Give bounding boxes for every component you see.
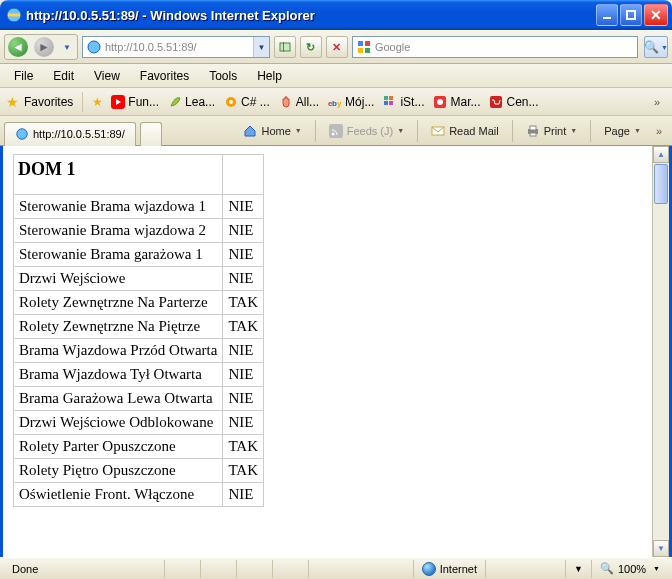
svg-point-13: [229, 100, 233, 104]
row-value: NIE: [223, 339, 264, 363]
scroll-thumb[interactable]: [654, 164, 668, 204]
feeds-button[interactable]: Feeds (J)▼: [324, 122, 409, 140]
table-row: Rolety Zewnętrzne Na ParterzeTAK: [14, 291, 264, 315]
forward-button[interactable]: ►: [31, 35, 57, 59]
menu-file[interactable]: File: [6, 67, 41, 85]
svg-rect-8: [365, 41, 370, 46]
svg-rect-9: [358, 48, 363, 53]
scroll-up-button[interactable]: ▲: [653, 146, 669, 163]
status-text: Done: [4, 560, 164, 578]
address-dropdown[interactable]: ▼: [253, 37, 269, 57]
table-row: Rolety Piętro OpuszczoneTAK: [14, 459, 264, 483]
zoom-level[interactable]: 🔍 100% ▼: [591, 560, 668, 578]
red-square-icon: [433, 95, 447, 109]
fav-overflow-button[interactable]: »: [648, 96, 666, 108]
row-value: NIE: [223, 363, 264, 387]
menu-favorites[interactable]: Favorites: [132, 67, 197, 85]
refresh-button[interactable]: ↻: [300, 36, 322, 58]
fav-item-all[interactable]: All...: [276, 93, 322, 111]
svg-point-4: [88, 41, 100, 53]
scroll-track[interactable]: [653, 163, 669, 540]
svg-rect-7: [358, 41, 363, 46]
svg-rect-3: [627, 11, 635, 19]
gear-icon: [224, 95, 238, 109]
table-row: Sterowanie Brama wjazdowa 2NIE: [14, 219, 264, 243]
tab-current[interactable]: http://10.0.5.51:89/: [4, 122, 136, 146]
fav-item-cen[interactable]: Cen...: [486, 93, 541, 111]
search-input[interactable]: [375, 38, 637, 56]
row-value: NIE: [223, 243, 264, 267]
fav-item-ist[interactable]: iSt...: [380, 93, 427, 111]
fav-item-moj[interactable]: ebyMój...: [325, 93, 377, 111]
menu-edit[interactable]: Edit: [45, 67, 82, 85]
zoom-dropdown[interactable]: ▼: [565, 560, 591, 578]
table-row: Rolety Zewnętrzne Na PiętrzeTAK: [14, 315, 264, 339]
back-button[interactable]: ◄: [5, 35, 31, 59]
menu-view[interactable]: View: [86, 67, 128, 85]
row-value: NIE: [223, 267, 264, 291]
ie-page-icon: [15, 127, 29, 141]
row-value: TAK: [223, 291, 264, 315]
home-button[interactable]: Home▼: [238, 122, 306, 140]
ie-logo-icon: [6, 7, 22, 23]
row-label: Brama Wjazdowa Tył Otwarta: [14, 363, 223, 387]
row-value: NIE: [223, 387, 264, 411]
cmd-overflow-button[interactable]: »: [650, 125, 668, 137]
vertical-scrollbar[interactable]: ▲ ▼: [652, 146, 669, 557]
fav-item-lea[interactable]: Lea...: [165, 93, 218, 111]
ebay-icon: eby: [328, 95, 342, 109]
table-row: Sterowanie Brama garażowa 1NIE: [14, 243, 264, 267]
maximize-button[interactable]: [620, 4, 642, 26]
readmail-button[interactable]: Read Mail: [426, 122, 504, 140]
feeds-icon: [329, 124, 343, 138]
row-label: Sterowanie Brama garażowa 1: [14, 243, 223, 267]
page-button[interactable]: Page▼: [599, 123, 646, 139]
favorites-label[interactable]: Favorites: [24, 95, 73, 109]
add-favorite-icon[interactable]: ★: [92, 95, 103, 109]
scroll-down-button[interactable]: ▼: [653, 540, 669, 557]
row-label: Rolety Parter Opuszczone: [14, 435, 223, 459]
svg-point-22: [437, 99, 443, 105]
favorites-star-icon[interactable]: ★: [6, 94, 19, 110]
svg-rect-30: [530, 133, 536, 136]
protected-mode[interactable]: [485, 560, 565, 578]
menu-tools[interactable]: Tools: [201, 67, 245, 85]
window-titlebar: http://10.0.5.51:89/ - Windows Internet …: [0, 0, 672, 30]
row-label: Drzwi Wejściowe Odblokowane: [14, 411, 223, 435]
print-icon: [526, 124, 540, 138]
table-row: Oświetlenie Front. WłączoneNIE: [14, 483, 264, 507]
address-bar[interactable]: ▼: [82, 36, 270, 58]
row-label: Rolety Zewnętrzne Na Parterze: [14, 291, 223, 315]
search-button[interactable]: 🔍▼: [644, 36, 668, 58]
search-box[interactable]: [352, 36, 638, 58]
security-zone[interactable]: Internet: [413, 560, 485, 578]
svg-rect-18: [389, 96, 393, 100]
menu-help[interactable]: Help: [249, 67, 290, 85]
tab-label: http://10.0.5.51:89/: [33, 128, 125, 140]
print-button[interactable]: Print▼: [521, 122, 583, 140]
home-icon: [243, 124, 257, 138]
favorites-bar: ★ Favorites ★ Fun... Lea... C# ... All..…: [0, 88, 672, 116]
svg-rect-19: [384, 101, 388, 105]
close-button[interactable]: ✕: [644, 4, 668, 26]
fav-item-mar[interactable]: Mar...: [430, 93, 483, 111]
tab-command-bar: http://10.0.5.51:89/ Home▼ Feeds (J)▼ Re…: [0, 116, 672, 146]
content-area: DOM 1 Sterowanie Brama wjazdowa 1NIESter…: [0, 146, 672, 557]
row-label: Sterowanie Brama wjazdowa 2: [14, 219, 223, 243]
address-input[interactable]: [105, 38, 253, 56]
svg-rect-23: [490, 96, 502, 108]
fav-item-fun[interactable]: Fun...: [108, 93, 162, 111]
new-tab-button[interactable]: [140, 122, 162, 146]
minimize-button[interactable]: [596, 4, 618, 26]
row-value: TAK: [223, 435, 264, 459]
svg-rect-10: [365, 48, 370, 53]
page-icon: [86, 39, 102, 55]
recent-pages-dropdown[interactable]: ▼: [57, 43, 77, 52]
leaf-icon: [168, 95, 182, 109]
stop-button[interactable]: ✕: [326, 36, 348, 58]
svg-rect-20: [389, 101, 393, 105]
compat-view-button[interactable]: [274, 36, 296, 58]
fav-item-cs[interactable]: C# ...: [221, 93, 273, 111]
svg-rect-25: [329, 124, 343, 138]
svg-text:y: y: [337, 99, 342, 108]
